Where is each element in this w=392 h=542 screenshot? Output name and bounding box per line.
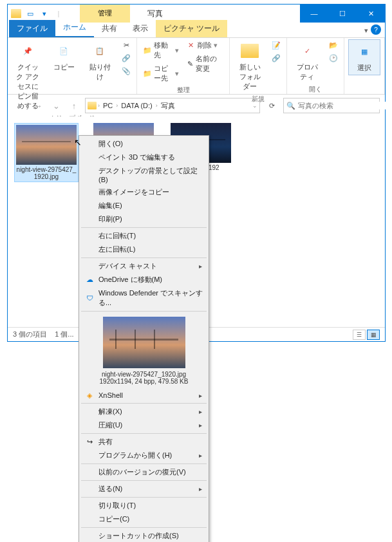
search-box[interactable]: 🔍 (283, 98, 380, 113)
ribbon-tabs: ファイル ホーム 共有 表示 ピクチャ ツール ▾ ? (8, 23, 385, 38)
rename-button[interactable]: ✎名前の変更 (185, 53, 225, 75)
crumb-sep: › (116, 102, 118, 109)
nav-up[interactable]: ↑ (67, 98, 81, 113)
file-label[interactable]: night-view-2975427_1920.jpg (16, 165, 77, 180)
delete-button[interactable]: ✕削除▾ (185, 39, 225, 51)
preview-meta: 1920x1194, 24 bpp, 479.58 KB (84, 378, 203, 385)
refresh-button[interactable]: ⟳ (264, 98, 279, 113)
crumb-dropdown[interactable]: ⌄ (252, 102, 257, 109)
maximize-button[interactable]: ☐ (328, 5, 357, 23)
select-button[interactable]: ▦ 選択 (348, 39, 380, 75)
cm-extract[interactable]: 解凍(X) (80, 405, 207, 418)
crumb-pc[interactable]: PC (101, 102, 115, 109)
icons-view-button[interactable]: ▦ (367, 330, 380, 340)
tab-picture-tools[interactable]: ピクチャ ツール (156, 20, 227, 37)
minimize-button[interactable]: — (300, 5, 328, 23)
easy-icon: 🔗 (272, 53, 281, 62)
cm-paint3d[interactable]: ペイント 3D で編集する (80, 151, 207, 164)
cm-share[interactable]: ↪共有 (80, 435, 207, 449)
crumb-sep: › (98, 102, 100, 109)
ribbon-collapse-icon[interactable]: ▾ (364, 26, 368, 35)
paste-shortcut-button[interactable]: 📎 (120, 65, 133, 77)
cm-separator (81, 480, 207, 481)
cm-rotate-right[interactable]: 右に回転(T) (80, 229, 207, 243)
qat-icon2[interactable]: ▾ (39, 8, 50, 19)
crumb-photos[interactable]: 写真 (159, 101, 177, 111)
cm-set-desktop[interactable]: デスクトップの背景として設定(B) (80, 164, 207, 185)
easy-access-button[interactable]: 🔗 (270, 52, 283, 64)
copy-button[interactable]: 📄 コピー (48, 39, 80, 74)
nav-back[interactable]: ← (13, 98, 27, 113)
file-thumbnail (16, 125, 77, 165)
copyto-button[interactable]: 📁コピー先▾ (141, 62, 181, 84)
cm-send-to[interactable]: 送る(N) (80, 482, 207, 496)
crumb-data[interactable]: DATA (D:) (119, 102, 154, 109)
cut-icon: ✂ (122, 41, 131, 50)
share-icon: ↪ (84, 436, 95, 448)
cm-separator (81, 433, 207, 434)
moveto-button[interactable]: 📁移動先▾ (141, 39, 181, 61)
context-menu: 開く(O) ペイント 3D で編集する デスクトップの背景として設定(B) 画像… (79, 135, 209, 542)
cm-separator (81, 227, 207, 228)
cm-copy[interactable]: コピー(C) (80, 512, 207, 526)
tab-view[interactable]: 表示 (125, 20, 156, 37)
cm-xnshell[interactable]: ◈XnShell (80, 389, 207, 402)
cm-separator (81, 257, 207, 258)
cm-separator (81, 497, 207, 498)
cm-device-cast[interactable]: デバイス キャスト (80, 259, 207, 273)
cm-shortcut[interactable]: ショートカットの作成(S) (80, 529, 207, 542)
copyto-icon: 📁 (143, 69, 152, 78)
cm-copy-image[interactable]: 画像イメージをコピー (80, 185, 207, 199)
paste-button[interactable]: 📋 貼り付け (84, 39, 116, 84)
cm-rotate-left[interactable]: 左に回転(L) (80, 243, 207, 256)
onedrive-icon: ☁ (84, 274, 95, 286)
tab-home[interactable]: ホーム (55, 19, 94, 37)
cm-separator (81, 527, 207, 528)
delete-icon: ✕ (187, 41, 196, 50)
cm-edit[interactable]: 編集(E) (80, 199, 207, 212)
history-button[interactable]: 🕑 (327, 52, 340, 64)
cm-compress[interactable]: 圧縮(U) (80, 418, 207, 432)
nav-recent[interactable]: ⌄ (49, 98, 63, 113)
qat-divider: | (53, 8, 64, 19)
cm-restore-version[interactable]: 以前のバージョンの復元(V) (80, 465, 207, 479)
new-item-button[interactable]: 📝 (270, 39, 283, 51)
new-folder-label: 新しいフォルダー (236, 62, 263, 91)
cm-cut[interactable]: 切り取り(T) (80, 499, 207, 512)
xnshell-icon: ◈ (84, 389, 95, 401)
qat-icon1[interactable]: ▭ (24, 8, 36, 19)
cm-defender[interactable]: 🛡Windows Defender でスキャンする... (80, 286, 207, 310)
cm-print[interactable]: 印刷(P) (80, 212, 207, 226)
breadcrumb[interactable]: › PC › DATA (D:) › 写真 ⌄ (85, 98, 260, 113)
copypath-icon: 🔗 (122, 53, 131, 62)
file-tab[interactable]: ファイル (9, 20, 55, 37)
cm-open-with[interactable]: プログラムから開く(H) (80, 449, 207, 462)
cut-button[interactable]: ✂ (120, 39, 133, 51)
pin-icon: 📌 (18, 41, 37, 61)
newitem-icon: 📝 (272, 41, 281, 50)
preview-thumbnail (103, 317, 185, 368)
search-input[interactable] (298, 102, 387, 109)
new-folder-button[interactable]: 新しいフォルダー (234, 39, 266, 93)
properties-label: プロパティ (294, 62, 321, 82)
details-view-button[interactable]: ☰ (353, 330, 366, 340)
select-icon: ▦ (355, 42, 374, 61)
open-icon: 📂 (329, 41, 338, 50)
properties-icon: ✓ (297, 41, 317, 61)
help-icon[interactable]: ? (371, 24, 381, 35)
file-item[interactable]: night-view-2975427_1920.jpg (14, 123, 79, 182)
app-icon[interactable] (10, 8, 22, 19)
copypath-button[interactable]: 🔗 (120, 52, 133, 64)
cm-separator (81, 311, 207, 312)
copyto-label: コピー先 (154, 64, 173, 83)
paste-label: 貼り付け (86, 62, 113, 82)
nav-forward[interactable]: → (31, 98, 45, 113)
open-dd-button[interactable]: 📂 (327, 39, 340, 51)
tab-share[interactable]: 共有 (94, 20, 125, 37)
select-group-label (348, 90, 380, 93)
delete-label: 削除 (198, 41, 212, 50)
close-button[interactable]: ✕ (357, 5, 385, 23)
properties-button[interactable]: ✓ プロパティ (291, 39, 323, 84)
cm-open[interactable]: 開く(O) (80, 137, 207, 151)
cm-onedrive[interactable]: ☁OneDrive に移動(M) (80, 273, 207, 286)
